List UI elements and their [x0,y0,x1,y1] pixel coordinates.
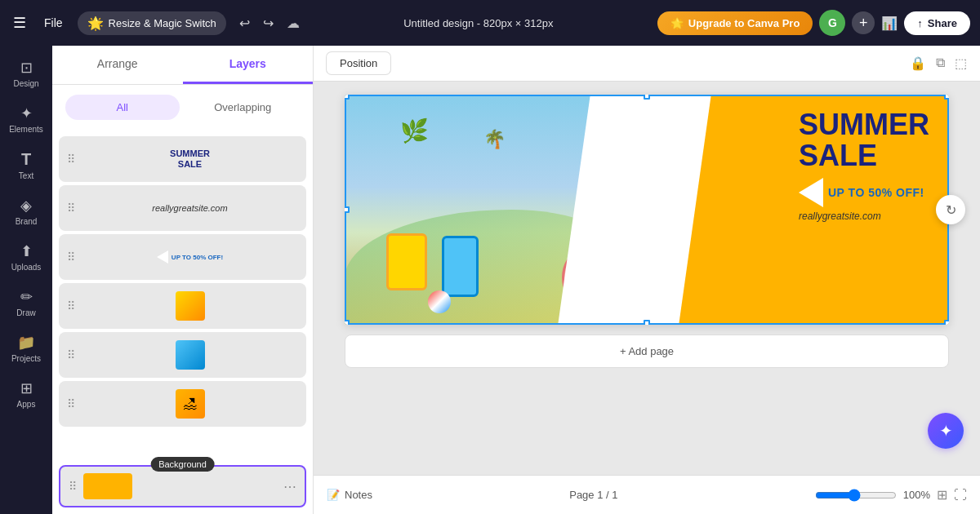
sidebar-item-elements[interactable]: ✦ Elements [3,98,49,140]
magic-switch-label: Resize & Magic Switch [109,17,216,29]
summer-sale-title: SUMMER SALE [799,109,929,171]
tab-arrange[interactable]: Arrange [52,46,183,84]
layer-preview: SUMMERSALE [82,143,298,175]
drag-icon: ⠿ [69,480,77,493]
left-sidebar: ⊡ Design ✦ Elements T Text ◈ Brand ⬆ Upl… [0,46,52,514]
layer-thumbnail: 🏖 [176,389,205,419]
topbar: ☰ File 🌟 Resize & Magic Switch ↩ ↪ ☁ Unt… [0,0,980,46]
layer-item[interactable]: ⠿ [59,332,306,378]
canvas-text-block: SUMMER SALE UP TO 50% OFF! reallygreatsi… [799,109,929,222]
sidebar-item-design[interactable]: ⊡ Design [3,52,49,95]
sidebar-item-label-draw: Draw [16,308,35,317]
redo-button[interactable]: ↪ [258,12,278,34]
layer-preview: 🏖 [82,388,298,420]
canvas-toolbar-icons: 🔒 ⧉ ⬚ [910,55,967,71]
cloud-icon: ☁ [287,16,300,31]
lock-icon[interactable]: 🔒 [910,55,926,71]
layer-item[interactable]: ⠿ SUMMERSALE [59,136,306,182]
brand-icon: ◈ [20,197,32,215]
background-color-preview [83,473,132,499]
fullscreen-icon[interactable]: ⛶ [954,488,967,503]
projects-icon: 📁 [17,334,35,352]
upgrade-icon: 🌟 [670,17,684,29]
avatar-button[interactable]: G [819,10,845,36]
design-wrapper: 🌿 🌴 SUMMER SALE UP TO 50% OFF! [345,95,949,325]
share-label: Share [928,17,957,29]
sidebar-item-apps[interactable]: ⊞ Apps [3,373,49,415]
layer-text: SUMMERSALE [170,148,210,170]
filter-overlapping[interactable]: Overlapping [186,95,301,120]
notes-button[interactable]: 📝 Notes [327,489,372,501]
drag-icon: ⠿ [67,348,75,361]
notes-icon: 📝 [327,489,340,501]
apps-icon: ⊞ [20,379,33,397]
layer-preview [82,290,298,322]
draw-icon: ✏ [20,288,33,306]
tab-layers[interactable]: Layers [183,46,314,84]
more-icon[interactable]: ⋯ [283,479,296,494]
filter-all[interactable]: All [65,95,180,120]
sidebar-item-projects[interactable]: 📁 Projects [3,327,49,370]
undo-button[interactable]: ↩ [234,12,255,34]
sidebar-item-label-text: Text [19,171,33,180]
layers-panel: Arrange Layers All Overlapping ⠿ SUMMERS… [52,46,314,514]
magic-edit-button[interactable]: ✦ [928,413,964,449]
share-icon: ↑ [917,17,923,29]
layer-text: reallygreatsite.com [152,203,227,213]
sidebar-item-text[interactable]: T Text [3,144,49,187]
magic-switch-button[interactable]: 🌟 Resize & Magic Switch [78,11,226,35]
notes-label: Notes [345,489,372,501]
design-canvas[interactable]: 🌿 🌴 SUMMER SALE UP TO 50% OFF! [345,95,949,325]
canvas-scroll[interactable]: 🌿 🌴 SUMMER SALE UP TO 50% OFF! [314,82,980,475]
zoom-controls: 100% ⊞ ⛶ [815,487,967,503]
background-layer: Background ⠿ ⋯ [59,465,306,507]
analytics-button[interactable]: 📊 [881,16,898,31]
add-button[interactable]: + [852,11,875,34]
sidebar-item-uploads[interactable]: ⬆ Uploads [3,236,49,278]
layer-item[interactable]: ⠿ 🏖 [59,381,306,427]
layer-preview [82,339,298,371]
copy-icon[interactable]: ⧉ [936,55,945,71]
magic-icon: 🌟 [87,16,104,31]
canvas-area: Position 🔒 ⧉ ⬚ [314,46,980,514]
sidebar-item-label: Design [13,79,38,88]
sidebar-item-label-elements: Elements [9,125,43,134]
sidebar-item-label-brand: Brand [16,217,38,226]
elements-icon: ✦ [20,104,33,122]
layers-list: ⠿ SUMMERSALE ⠿ reallygreatsite.com ⠿ UP … [52,130,313,462]
zoom-slider[interactable] [815,489,897,502]
panel-tabs: Arrange Layers [52,46,313,85]
sidebar-item-brand[interactable]: ◈ Brand [3,190,49,233]
file-menu[interactable]: File [38,13,69,33]
design-title: Untitled design - 820px × 312px [403,17,553,29]
expand-icon[interactable]: ⬚ [955,55,967,71]
text-icon: T [21,150,31,169]
filter-row: All Overlapping [52,85,313,130]
sidebar-item-label-projects: Projects [11,354,41,363]
upgrade-label: Upgrade to Canva Pro [688,17,800,29]
arrow-shape [799,178,823,207]
design-icon: ⊡ [20,59,33,77]
add-page-button[interactable]: + Add page [345,335,949,368]
position-button[interactable]: Position [327,52,390,74]
upgrade-button[interactable]: 🌟 Upgrade to Canva Pro [657,11,813,35]
main-layout: ⊡ Design ✦ Elements T Text ◈ Brand ⬆ Upl… [0,46,980,514]
drag-icon: ⠿ [67,299,75,312]
sidebar-item-draw[interactable]: ✏ Draw [3,281,49,324]
uploads-icon: ⬆ [20,242,33,260]
layer-text: UP TO 50% OFF! [172,254,223,261]
menu-icon[interactable]: ☰ [10,11,29,35]
rotate-handle[interactable]: ↻ [936,195,965,224]
site-url: reallygreatsite.com [799,210,929,222]
sidebar-item-label-apps: Apps [17,400,36,409]
grid-view-icon[interactable]: ⊞ [937,487,947,503]
bottom-bar: 📝 Notes Page 1 / 1 100% ⊞ ⛶ [314,475,980,514]
canvas-toolbar: Position 🔒 ⧉ ⬚ [314,46,980,82]
promo-text: UP TO 50% OFF! [828,186,924,199]
layer-item[interactable]: ⠿ UP TO 50% OFF! [59,234,306,280]
drag-icon: ⠿ [67,202,75,215]
drag-icon: ⠿ [67,153,75,166]
layer-item[interactable]: ⠿ reallygreatsite.com [59,185,306,231]
layer-item[interactable]: ⠿ [59,283,306,329]
share-button[interactable]: ↑ Share [904,11,970,35]
